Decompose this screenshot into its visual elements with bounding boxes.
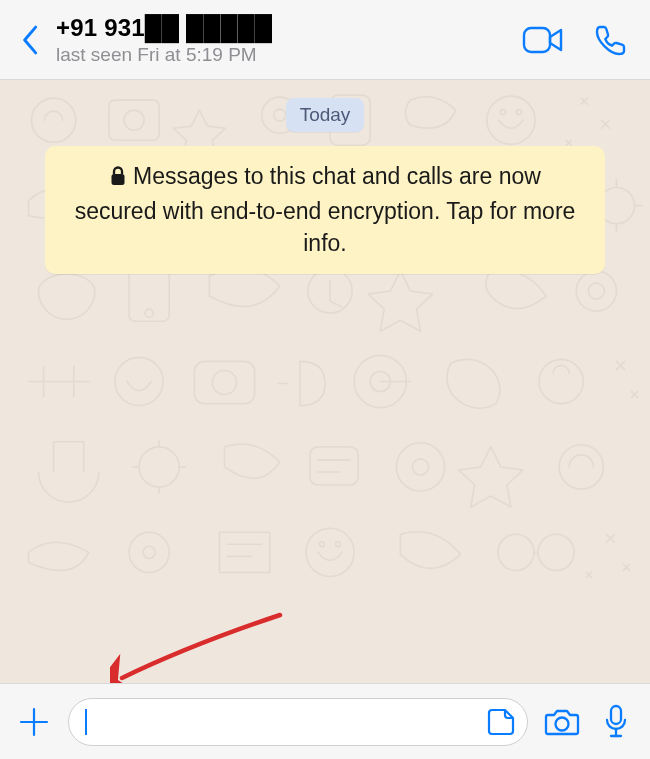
svg-point-35: [559, 445, 603, 489]
contact-info[interactable]: +91 931██ █████ last seen Fri at 5:19 PM: [56, 14, 522, 66]
svg-rect-30: [310, 447, 358, 485]
sticker-button[interactable]: [483, 704, 519, 740]
chat-screen: +91 931██ █████ last seen Fri at 5:19 PM: [0, 0, 650, 759]
svg-point-34: [412, 459, 428, 475]
svg-rect-0: [524, 28, 550, 52]
voice-call-button[interactable]: [594, 23, 628, 57]
encryption-notice[interactable]: Messages to this chat and calls are now …: [45, 146, 605, 274]
encryption-text: Messages to this chat and calls are now …: [75, 163, 576, 256]
text-cursor: [85, 709, 87, 735]
message-input-container[interactable]: [68, 698, 528, 746]
camera-icon: [544, 707, 580, 737]
svg-point-36: [129, 532, 169, 572]
camera-button[interactable]: [542, 702, 582, 742]
chat-body[interactable]: Today Messages to this chat and calls ar…: [0, 80, 650, 683]
svg-point-46: [556, 717, 569, 730]
svg-point-39: [319, 542, 324, 547]
svg-rect-18: [129, 266, 169, 321]
svg-rect-43: [112, 174, 125, 185]
video-call-button[interactable]: [522, 25, 564, 55]
header-actions: [522, 23, 636, 57]
svg-point-38: [306, 528, 354, 576]
input-bar: [0, 683, 650, 759]
chat-header: +91 931██ █████ last seen Fri at 5:19 PM: [0, 0, 650, 80]
mic-button[interactable]: [596, 702, 636, 742]
back-button[interactable]: [14, 16, 50, 64]
svg-point-21: [576, 271, 616, 311]
svg-point-37: [143, 546, 155, 558]
plus-icon: [17, 705, 51, 739]
date-chip: Today: [286, 98, 365, 132]
lock-icon: [109, 162, 127, 195]
video-camera-icon: [522, 25, 564, 55]
svg-point-40: [336, 542, 341, 547]
attach-button[interactable]: [14, 702, 54, 742]
svg-point-29: [139, 447, 179, 487]
sticker-icon: [486, 707, 516, 737]
message-input[interactable]: [93, 710, 483, 733]
svg-point-25: [212, 370, 236, 394]
svg-point-19: [145, 309, 153, 317]
svg-rect-47: [611, 706, 621, 724]
svg-point-41: [498, 534, 534, 570]
chevron-left-icon: [21, 23, 43, 57]
contact-name: +91 931██ █████: [56, 14, 522, 42]
contact-status: last seen Fri at 5:19 PM: [56, 44, 522, 66]
svg-point-22: [588, 283, 604, 299]
svg-point-33: [396, 443, 444, 491]
microphone-icon: [603, 704, 629, 740]
svg-point-23: [115, 357, 163, 405]
chat-content: Today Messages to this chat and calls ar…: [0, 80, 650, 274]
phone-icon: [594, 23, 628, 57]
svg-point-42: [538, 534, 574, 570]
svg-rect-24: [194, 361, 254, 403]
